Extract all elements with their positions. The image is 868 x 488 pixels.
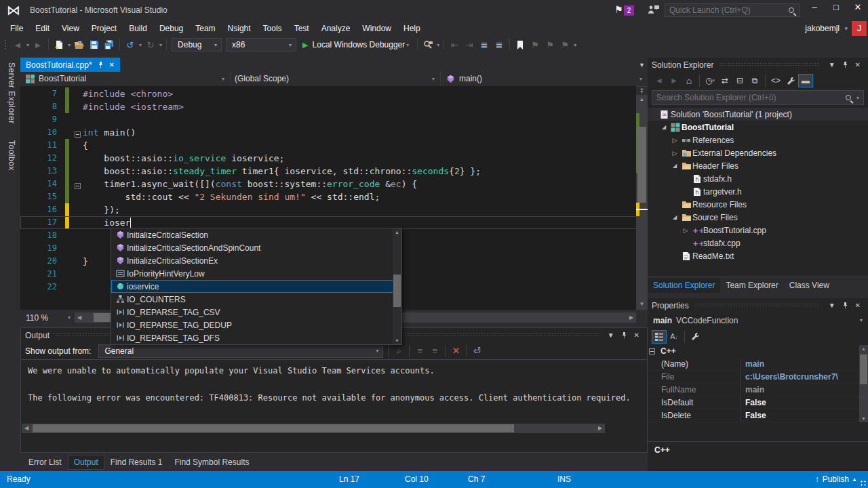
start-debugging-button[interactable]: ▶ Local Windows Debugger ▾: [298, 37, 414, 52]
solution-explorer-search-box[interactable]: ▾: [652, 90, 864, 105]
preview-selected-items-icon[interactable]: ▬: [798, 74, 813, 87]
user-avatar[interactable]: J: [852, 21, 867, 36]
pin-icon[interactable]: [839, 62, 852, 68]
close-pane-icon[interactable]: ✕: [852, 302, 864, 309]
line-number[interactable]: 19: [20, 242, 65, 255]
status-character[interactable]: Ch 7: [468, 471, 485, 488]
collapse-region-icon[interactable]: [75, 131, 81, 138]
properties-scrollbar[interactable]: ▲▼: [859, 345, 868, 422]
outline-margin[interactable]: [72, 113, 83, 126]
scrollbar-thumb[interactable]: [637, 127, 646, 203]
output-text[interactable]: We were unable to automatically populate…: [21, 360, 647, 409]
find-message-button[interactable]: ⌕: [391, 344, 406, 359]
menu-item-file[interactable]: File: [4, 20, 29, 37]
outline-margin[interactable]: [72, 139, 83, 152]
feedback-icon[interactable]: [648, 5, 660, 14]
outline-margin[interactable]: [72, 255, 83, 268]
collapse-region-icon[interactable]: [75, 183, 81, 189]
line-number[interactable]: 20: [20, 255, 65, 268]
active-files-dropdown-icon[interactable]: ▼: [639, 62, 645, 68]
signed-in-user[interactable]: jakobemjl: [805, 20, 840, 37]
menu-item-test[interactable]: Test: [288, 20, 315, 37]
redo-button[interactable]: ↻: [143, 37, 158, 52]
intellisense-item[interactable]: IO_REPARSE_TAG_CSV: [111, 306, 401, 319]
status-insert-mode[interactable]: INS: [557, 471, 571, 488]
previous-bookmark-button[interactable]: ⚑: [528, 37, 542, 52]
intellisense-item[interactable]: IO_COUNTERS: [111, 293, 401, 306]
open-file-button[interactable]: [72, 37, 87, 52]
new-file-button[interactable]: [52, 37, 66, 52]
panel-tab-output[interactable]: Output: [68, 455, 104, 469]
menu-item-team[interactable]: Team: [189, 20, 221, 37]
intellisense-scrollbar[interactable]: ▲ ▼: [393, 228, 401, 344]
panel-tab-find-results-1[interactable]: Find Results 1: [105, 455, 168, 469]
word-wrap-button[interactable]: ⏎: [469, 344, 484, 359]
pane-drag-grip[interactable]: [719, 62, 819, 67]
expander-icon[interactable]: ◢: [658, 124, 669, 130]
scroll-left-icon[interactable]: ◀: [75, 312, 84, 323]
intellisense-item[interactable]: IoPriorityHintVeryLow: [111, 267, 401, 280]
notifications-count-badge[interactable]: 2: [624, 5, 634, 16]
outline-margin[interactable]: [72, 268, 83, 281]
property-pages-wrench-icon[interactable]: [688, 330, 703, 344]
minimize-button[interactable]: –: [804, 0, 825, 15]
forward-button[interactable]: ►: [667, 74, 682, 87]
solution-platform-combo[interactable]: x86▾: [226, 38, 296, 52]
line-number[interactable]: 15: [20, 190, 65, 203]
quick-launch-input[interactable]: [665, 5, 789, 15]
document-tab-boosttutorial-cpp[interactable]: BoostTutorial.cpp* ✕: [20, 58, 120, 72]
tree-node-external-dependencies[interactable]: ▷External Dependencies: [648, 146, 868, 159]
navigate-backward-button[interactable]: ◄: [10, 37, 25, 52]
save-button[interactable]: [87, 37, 102, 52]
toolbar-overflow-icon[interactable]: ▾: [572, 42, 578, 48]
menu-item-tools[interactable]: Tools: [257, 20, 288, 37]
solution-configuration-combo[interactable]: Debug▾: [172, 38, 222, 52]
line-number[interactable]: 13: [20, 165, 65, 178]
menu-item-window[interactable]: Window: [356, 20, 397, 37]
user-dropdown-icon[interactable]: ▾: [844, 20, 848, 37]
search-icon[interactable]: [789, 7, 794, 13]
pin-icon[interactable]: [839, 302, 852, 309]
status-line[interactable]: Ln 17: [339, 471, 359, 488]
menu-item-help[interactable]: Help: [397, 20, 427, 37]
output-horizontal-scrollbar[interactable]: ◀ ▶: [22, 424, 605, 433]
next-bookmark-button[interactable]: ⚑: [542, 37, 557, 52]
panel-tab-error-list[interactable]: Error List: [23, 455, 67, 469]
undo-dropdown-icon[interactable]: ▾: [138, 42, 143, 48]
code-line[interactable]: 7#include <chrono>: [20, 87, 648, 100]
quick-launch-box[interactable]: [665, 3, 800, 17]
expander-icon[interactable]: ◢: [669, 214, 680, 220]
uncomment-button[interactable]: ⇥: [462, 37, 477, 52]
line-number[interactable]: 11: [20, 139, 65, 152]
close-tab-icon[interactable]: ✕: [109, 61, 115, 68]
scroll-down-icon[interactable]: ▼: [636, 300, 648, 309]
panel-tab-team-explorer[interactable]: Team Explorer: [720, 278, 783, 293]
editor-vertical-scrollbar[interactable]: ‡ ▲ ▼: [636, 86, 648, 310]
next-message-button[interactable]: ≡: [427, 344, 442, 359]
close-pane-icon[interactable]: ✕: [852, 61, 864, 68]
property-value[interactable]: c:\Users\Brotcrunsher7\: [741, 371, 868, 383]
close-button[interactable]: ✕: [848, 0, 868, 15]
code-line[interactable]: 11{: [20, 139, 648, 152]
scroll-up-icon[interactable]: ▲: [859, 345, 868, 352]
intellisense-item[interactable]: InitializeCriticalSectionEx: [111, 254, 401, 267]
line-number[interactable]: 10: [20, 126, 65, 139]
code-line[interactable]: 14 timer1.async_wait([](const boost::sys…: [20, 178, 648, 190]
scroll-right-icon[interactable]: ▶: [627, 312, 636, 323]
close-pane-icon[interactable]: ✕: [631, 331, 643, 339]
expander-icon[interactable]: ◢: [669, 163, 680, 169]
scroll-left-icon[interactable]: ◀: [22, 424, 31, 433]
decrease-indent-button[interactable]: ≣: [477, 37, 492, 52]
solution-explorer-header[interactable]: Solution Explorer ▼ ✕: [648, 58, 868, 72]
tree-node-header-files[interactable]: ◢Header Files: [648, 159, 868, 172]
code-line[interactable]: 16 });: [20, 203, 648, 216]
line-number[interactable]: 18: [20, 229, 65, 242]
outline-margin[interactable]: [72, 203, 83, 216]
window-position-dropdown-icon[interactable]: ▼: [825, 302, 839, 309]
expander-icon[interactable]: ▷: [669, 150, 680, 157]
nav-member-combo[interactable]: main() ▾: [441, 72, 648, 85]
code-line[interactable]: 15 std::cout << "2 Sekunden sind um!" <<…: [20, 190, 648, 203]
panel-tab-find-symbol-results[interactable]: Find Symbol Results: [169, 455, 254, 469]
publish-button[interactable]: Publish: [823, 471, 849, 488]
line-number[interactable]: 16: [20, 203, 65, 216]
